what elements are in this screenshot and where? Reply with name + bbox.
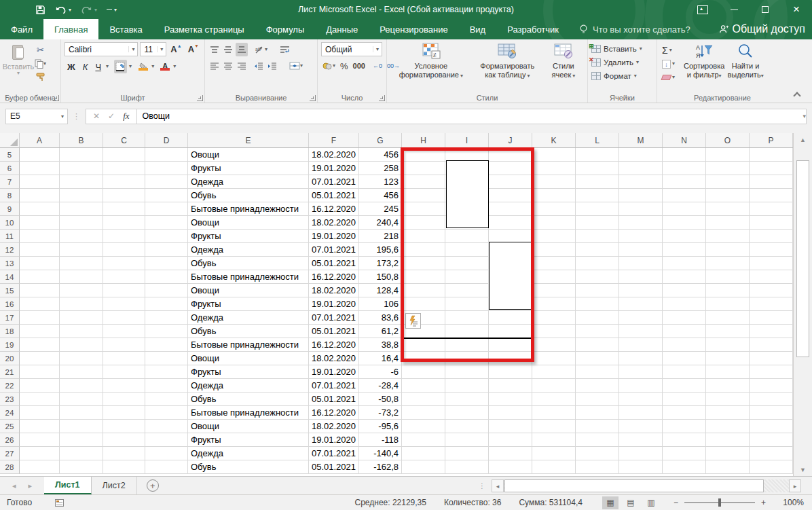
cell-L24[interactable]: [576, 406, 619, 420]
cell-P10[interactable]: [750, 216, 793, 230]
cell-G15[interactable]: 128,4: [359, 284, 402, 297]
cell-C27[interactable]: [103, 447, 145, 460]
cell-A20[interactable]: [20, 352, 60, 365]
cell-B17[interactable]: [60, 311, 103, 325]
cell-D19[interactable]: [145, 338, 188, 352]
cell-M27[interactable]: [619, 447, 663, 460]
cell-C26[interactable]: [103, 433, 145, 447]
cell-B7[interactable]: [60, 175, 103, 189]
cell-L13[interactable]: [576, 257, 619, 270]
cell-K9[interactable]: [532, 202, 576, 216]
cell-B21[interactable]: [60, 365, 103, 379]
paste-button[interactable]: Вставить ▾: [3, 42, 33, 92]
cell-N23[interactable]: [663, 393, 706, 406]
cell-M7[interactable]: [619, 175, 663, 189]
format-as-table-button[interactable]: Форматировать как таблицу▾: [480, 42, 534, 92]
ribbon-tab-Разработчик[interactable]: Разработчик: [496, 19, 570, 39]
cell-G13[interactable]: 173,2: [359, 257, 402, 270]
column-header-D[interactable]: D: [145, 133, 188, 147]
insert-function-button[interactable]: fx: [123, 111, 129, 122]
cell-I26[interactable]: [445, 433, 489, 447]
cell-K14[interactable]: [532, 270, 576, 284]
new-sheet-button[interactable]: +: [147, 479, 159, 492]
cell-N15[interactable]: [663, 284, 706, 297]
align-center-button[interactable]: [222, 59, 234, 73]
column-header-G[interactable]: G: [359, 133, 402, 147]
cell-F6[interactable]: 19.01.2020: [309, 162, 359, 175]
ribbon-display-options-button[interactable]: [687, 0, 718, 19]
number-dialog-launcher[interactable]: [379, 95, 385, 101]
cell-G9[interactable]: 245: [359, 202, 402, 216]
borders-button[interactable]: [114, 60, 127, 73]
cell-P7[interactable]: [750, 175, 793, 189]
cell-H25[interactable]: [402, 420, 445, 433]
cell-D11[interactable]: [145, 230, 188, 243]
cell-B13[interactable]: [60, 257, 103, 270]
cell-O6[interactable]: [706, 162, 750, 175]
cut-button[interactable]: ✂: [33, 44, 48, 56]
formula-bar-splitter[interactable]: ⋮: [68, 112, 86, 121]
cell-I24[interactable]: [445, 406, 489, 420]
cell-C6[interactable]: [103, 162, 145, 175]
format-cells-button[interactable]: Формат▾: [591, 70, 653, 82]
cell-O16[interactable]: [706, 297, 750, 311]
zoom-slider[interactable]: [684, 502, 755, 503]
row-header-22[interactable]: 22: [0, 379, 20, 393]
cell-P20[interactable]: [750, 352, 793, 365]
row-header-9[interactable]: 9: [0, 202, 20, 216]
cell-L28[interactable]: [576, 460, 619, 474]
format-painter-button[interactable]: [33, 71, 48, 83]
cell-C15[interactable]: [103, 284, 145, 297]
cell-P14[interactable]: [750, 270, 793, 284]
cell-B28[interactable]: [60, 460, 103, 474]
share-button[interactable]: Общий доступ: [719, 19, 806, 39]
cell-L10[interactable]: [576, 216, 619, 230]
cell-L19[interactable]: [576, 338, 619, 352]
cell-J24[interactable]: [489, 406, 532, 420]
cell-C24[interactable]: [103, 406, 145, 420]
ribbon-tab-Разметка страницы[interactable]: Разметка страницы: [153, 19, 255, 39]
tell-me-box[interactable]: Что вы хотите сделать?: [570, 19, 700, 39]
cell-E13[interactable]: Обувь: [188, 257, 309, 270]
cell-F15[interactable]: 18.02.2020: [309, 284, 359, 297]
confirm-entry-button[interactable]: ✓: [108, 111, 115, 121]
cell-D7[interactable]: [145, 175, 188, 189]
cell-I21[interactable]: [445, 365, 489, 379]
cell-G19[interactable]: 38,8: [359, 338, 402, 352]
row-header-13[interactable]: 13: [0, 257, 20, 270]
cell-N13[interactable]: [663, 257, 706, 270]
cell-C8[interactable]: [103, 189, 145, 202]
cell-G20[interactable]: 16,4: [359, 352, 402, 365]
cell-C19[interactable]: [103, 338, 145, 352]
cell-E21[interactable]: Фрукты: [188, 365, 309, 379]
cell-D6[interactable]: [145, 162, 188, 175]
cell-B25[interactable]: [60, 420, 103, 433]
cell-P13[interactable]: [750, 257, 793, 270]
font-dialog-launcher[interactable]: [197, 95, 203, 101]
cell-G11[interactable]: 218: [359, 230, 402, 243]
horizontal-scrollbar[interactable]: ⋮ ◂ ▸: [479, 479, 801, 492]
cell-N28[interactable]: [663, 460, 706, 474]
cancel-entry-button[interactable]: ✕: [93, 111, 100, 121]
formula-input[interactable]: Овощи ▾: [137, 109, 807, 124]
cell-O8[interactable]: [706, 189, 750, 202]
cell-N20[interactable]: [663, 352, 706, 365]
cell-M23[interactable]: [619, 393, 663, 406]
cell-C7[interactable]: [103, 175, 145, 189]
comma-style-button[interactable]: 000: [352, 59, 367, 73]
cell-F23[interactable]: 05.01.2021: [309, 393, 359, 406]
scroll-right-arrow[interactable]: ▸: [789, 479, 801, 492]
cell-C21[interactable]: [103, 365, 145, 379]
cell-E18[interactable]: Обувь: [188, 325, 309, 338]
row-header-28[interactable]: 28: [0, 460, 20, 474]
cell-J25[interactable]: [489, 420, 532, 433]
fill-color-button[interactable]: [137, 60, 149, 73]
cell-I27[interactable]: [445, 447, 489, 460]
horizontal-scroll-track[interactable]: [504, 479, 789, 492]
ribbon-tab-Главная[interactable]: Главная: [43, 19, 98, 39]
column-header-P[interactable]: P: [750, 133, 793, 147]
cell-M5[interactable]: [619, 148, 663, 162]
cell-A8[interactable]: [20, 189, 60, 202]
accounting-format-button[interactable]: ▾: [321, 59, 337, 73]
cell-C18[interactable]: [103, 325, 145, 338]
